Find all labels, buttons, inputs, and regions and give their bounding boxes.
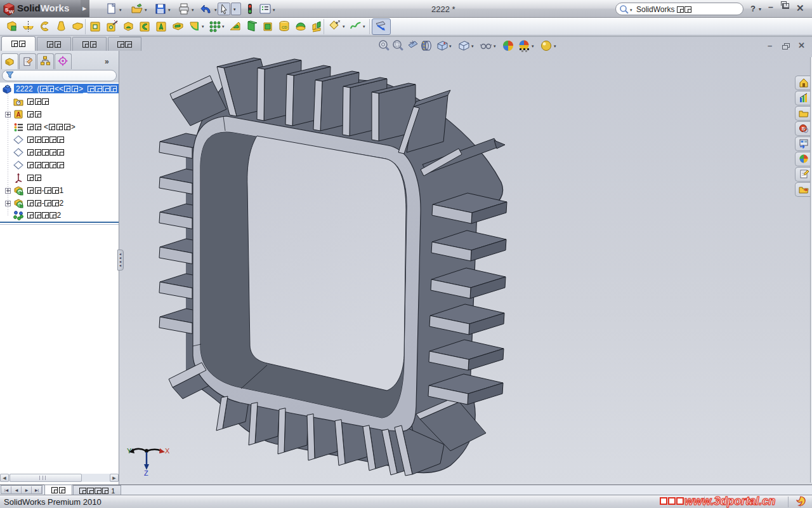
svg-text:Z: Z (144, 469, 148, 476)
svg-text:A: A (16, 111, 21, 118)
svg-text:Y: Y (127, 447, 132, 455)
svg-text:X: X (165, 447, 170, 455)
svg-text:CD: CD (282, 25, 287, 29)
svg-text:W: W (9, 9, 14, 15)
